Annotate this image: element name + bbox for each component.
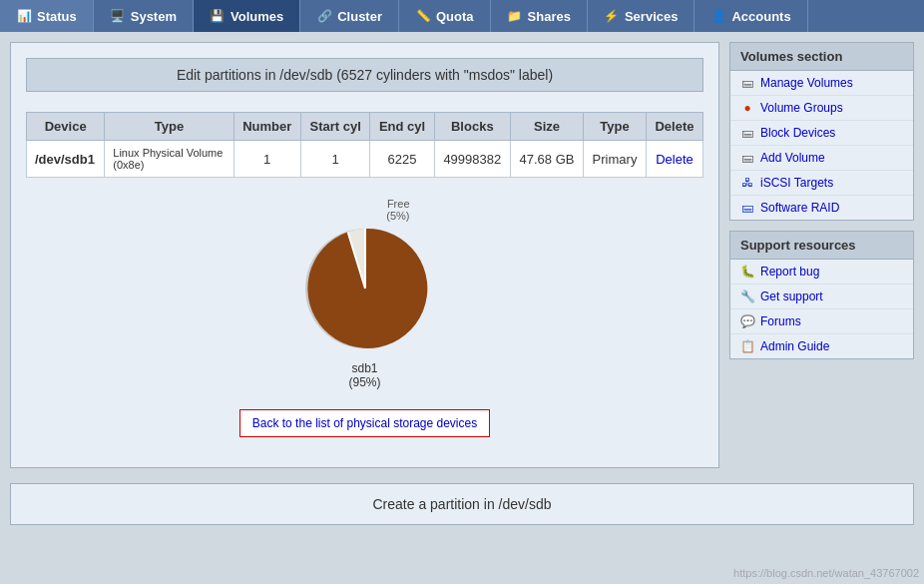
shares-icon: 📁 bbox=[507, 8, 523, 24]
system-icon: 🖥️ bbox=[110, 8, 126, 24]
cell-number: 1 bbox=[233, 141, 300, 178]
cell-device: /dev/sdb1 bbox=[27, 141, 105, 178]
cell-start: 1 bbox=[300, 141, 370, 178]
sidebar-item-report-bug[interactable]: 🐛 Report bug bbox=[730, 260, 913, 285]
sidebar-volumes-section: Volumes section 🖴 Manage Volumes ● Volum… bbox=[729, 42, 914, 221]
nav-status[interactable]: 📊 Status bbox=[0, 0, 94, 32]
sidebar: Volumes section 🖴 Manage Volumes ● Volum… bbox=[729, 42, 914, 468]
col-size: Size bbox=[510, 113, 583, 141]
top-navigation: 📊 Status 🖥️ System 💾 Volumes 🔗 Cluster 📏… bbox=[0, 0, 924, 32]
main-layout: Edit partitions in /dev/sdb (6527 cylind… bbox=[0, 32, 924, 478]
sidebar-item-manage-volumes[interactable]: 🖴 Manage Volumes bbox=[730, 71, 913, 96]
sidebar-support-title: Support resources bbox=[730, 232, 913, 260]
chart-container: Free (5%) sdb1 (95%) bbox=[26, 198, 703, 389]
cell-size: 47.68 GB bbox=[510, 141, 583, 178]
sidebar-support-section: Support resources 🐛 Report bug 🔧 Get sup… bbox=[729, 231, 914, 359]
partition-table: Device Type Number Start cyl End cyl Blo… bbox=[26, 112, 703, 178]
block-devices-icon: 🖴 bbox=[740, 126, 754, 140]
nav-services[interactable]: ⚡ Services bbox=[588, 0, 695, 32]
volumes-icon: 💾 bbox=[210, 8, 226, 24]
page-title: Edit partitions in /dev/sdb (6527 cylind… bbox=[26, 58, 703, 92]
add-volume-icon: 🖴 bbox=[740, 151, 754, 165]
cell-parttype: Primary bbox=[584, 141, 647, 178]
col-number: Number bbox=[233, 113, 300, 141]
nav-cluster[interactable]: 🔗 Cluster bbox=[300, 0, 399, 32]
col-delete: Delete bbox=[646, 113, 702, 141]
volume-groups-icon: ● bbox=[740, 101, 754, 115]
sidebar-volumes-title: Volumes section bbox=[730, 43, 913, 71]
sidebar-item-get-support[interactable]: 🔧 Get support bbox=[730, 285, 913, 309]
sidebar-item-admin-guide[interactable]: 📋 Admin Guide bbox=[730, 334, 913, 358]
free-percent: (5%) bbox=[386, 210, 409, 222]
cell-delete[interactable]: Delete bbox=[646, 141, 702, 178]
sidebar-item-iscsi-targets[interactable]: 🖧 iSCSI Targets bbox=[730, 171, 913, 196]
sidebar-item-add-volume[interactable]: 🖴 Add Volume bbox=[730, 146, 913, 171]
guide-icon: 📋 bbox=[740, 339, 754, 353]
col-type2: Type bbox=[584, 113, 647, 141]
back-to-list-link[interactable]: Back to the list of physical storage dev… bbox=[239, 409, 490, 437]
nav-system[interactable]: 🖥️ System bbox=[94, 0, 194, 32]
cell-blocks: 49998382 bbox=[434, 141, 510, 178]
services-icon: ⚡ bbox=[604, 8, 620, 24]
nav-accounts[interactable]: 👤 Accounts bbox=[694, 0, 807, 32]
cell-end: 6225 bbox=[370, 141, 434, 178]
accounts-icon: 👤 bbox=[710, 8, 726, 24]
cluster-icon: 🔗 bbox=[316, 8, 332, 24]
free-label: Free bbox=[387, 198, 410, 210]
nav-volumes[interactable]: 💾 Volumes bbox=[194, 0, 300, 32]
sidebar-item-volume-groups[interactable]: ● Volume Groups bbox=[730, 96, 913, 121]
nav-shares[interactable]: 📁 Shares bbox=[491, 0, 588, 32]
col-start-cyl: Start cyl bbox=[300, 113, 370, 141]
col-device: Device bbox=[27, 113, 105, 141]
sidebar-item-software-raid[interactable]: 🖴 Software RAID bbox=[730, 196, 913, 220]
col-blocks: Blocks bbox=[434, 113, 510, 141]
delete-link[interactable]: Delete bbox=[656, 152, 693, 167]
pie-chart bbox=[300, 224, 430, 353]
content-area: Edit partitions in /dev/sdb (6527 cylind… bbox=[10, 42, 719, 468]
col-type: Type bbox=[105, 113, 233, 141]
software-raid-icon: 🖴 bbox=[740, 201, 754, 215]
sdb1-label: sdb1 (95%) bbox=[348, 361, 380, 389]
manage-volumes-icon: 🖴 bbox=[740, 76, 754, 90]
cell-type: Linux Physical Volume (0x8e) bbox=[105, 141, 233, 178]
status-icon: 📊 bbox=[16, 8, 32, 24]
col-end-cyl: End cyl bbox=[370, 113, 434, 141]
back-link-container: Back to the list of physical storage dev… bbox=[26, 409, 703, 437]
nav-quota[interactable]: 📏 Quota bbox=[399, 0, 491, 32]
quota-icon: 📏 bbox=[415, 8, 431, 24]
sidebar-item-block-devices[interactable]: 🖴 Block Devices bbox=[730, 121, 913, 146]
bug-icon: 🐛 bbox=[740, 265, 754, 279]
create-section: Create a partition in /dev/sdb bbox=[10, 483, 914, 525]
sidebar-item-forums[interactable]: 💬 Forums bbox=[730, 309, 913, 334]
forums-icon: 💬 bbox=[740, 314, 754, 328]
support-icon: 🔧 bbox=[740, 290, 754, 303]
iscsi-icon: 🖧 bbox=[740, 176, 754, 190]
table-row: /dev/sdb1 Linux Physical Volume (0x8e) 1… bbox=[27, 141, 703, 178]
